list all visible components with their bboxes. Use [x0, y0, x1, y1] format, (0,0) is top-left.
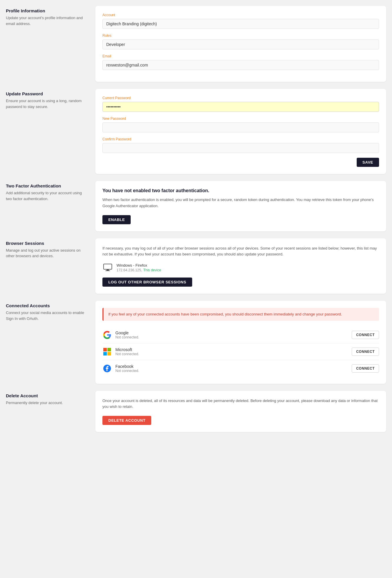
google-logo — [102, 330, 112, 340]
account-label: Account — [102, 13, 379, 17]
microsoft-account-row: Microsoft Not connected. CONNECT — [102, 343, 379, 360]
delete-section: Delete Account Permanently delete your a… — [6, 391, 386, 432]
monitor-icon — [102, 262, 113, 273]
facebook-account-row: Facebook Not connected. CONNECT — [102, 360, 379, 377]
sessions-section: Browser Sessions Manage and log out your… — [6, 238, 386, 294]
email-input[interactable] — [102, 60, 379, 70]
password-card: Current Password New Password Confirm Pa… — [95, 89, 386, 174]
facebook-account-name: Facebook — [115, 364, 139, 369]
delete-account-button[interactable]: DELETE ACCOUNT — [102, 416, 151, 425]
confirm-password-input[interactable] — [102, 143, 379, 153]
password-info: Update Password Ensure your account is u… — [6, 89, 88, 174]
google-account-info: Google Not connected. — [115, 330, 139, 339]
svg-rect-5 — [103, 352, 107, 356]
google-connect-button[interactable]: CONNECT — [352, 331, 379, 339]
connected-card: If you feel any of your connected accoun… — [95, 301, 386, 384]
microsoft-account-left: Microsoft Not connected. — [102, 347, 139, 356]
facebook-account-left: Facebook Not connected. — [102, 364, 139, 373]
profile-info: Profile Information Update your account'… — [6, 6, 88, 82]
microsoft-logo — [102, 347, 112, 356]
profile-title: Profile Information — [6, 8, 88, 13]
google-account-left: Google Not connected. — [102, 330, 139, 340]
connected-warning-banner: If you feel any of your connected accoun… — [102, 308, 379, 321]
roles-group: Roles — [102, 34, 379, 49]
tfa-title: Two Factor Authentication — [6, 183, 88, 188]
delete-card-desc: Once your account is deleted, all of its… — [102, 398, 379, 410]
email-group: Email — [102, 54, 379, 70]
tfa-card-desc: When two factor authentication is enable… — [102, 197, 379, 209]
enable-tfa-button[interactable]: ENABLE — [102, 215, 131, 224]
facebook-account-status: Not connected. — [115, 369, 139, 373]
delete-card: Once your account is deleted, all of its… — [95, 391, 386, 432]
tfa-card: You have not enabled two factor authenti… — [95, 181, 386, 231]
connected-info: Connected Accounts Connect your social m… — [6, 301, 88, 384]
google-account-row: Google Not connected. CONNECT — [102, 327, 379, 343]
password-desc: Ensure your account is using a long, ran… — [6, 98, 88, 109]
sessions-title: Browser Sessions — [6, 241, 88, 246]
svg-rect-3 — [103, 348, 107, 351]
facebook-account-info: Facebook Not connected. — [115, 364, 139, 373]
delete-title: Delete Account — [6, 393, 88, 398]
profile-section: Profile Information Update your account'… — [6, 6, 386, 82]
connected-title: Connected Accounts — [6, 303, 88, 308]
profile-desc: Update your account's profile informatio… — [6, 15, 88, 26]
email-label: Email — [102, 54, 379, 58]
sessions-card: If necessary, you may log out of all of … — [95, 238, 386, 294]
delete-desc: Permanently delete your account. — [6, 400, 88, 406]
facebook-connect-button[interactable]: CONNECT — [352, 364, 379, 373]
svg-rect-4 — [107, 348, 111, 351]
session-item: Windows - Firefox 172.64.236.125, This d… — [102, 262, 379, 273]
svg-rect-2 — [105, 270, 110, 271]
account-input[interactable] — [102, 19, 379, 29]
new-password-input[interactable] — [102, 122, 379, 132]
session-ip-line: 172.64.236.125, This device — [117, 268, 161, 272]
new-password-group: New Password — [102, 117, 379, 132]
tfa-info: Two Factor Authentication Add additional… — [6, 181, 88, 231]
connected-section: Connected Accounts Connect your social m… — [6, 301, 386, 384]
tfa-card-title: You have not enabled two factor authenti… — [102, 188, 379, 193]
google-account-status: Not connected. — [115, 335, 139, 339]
facebook-logo — [102, 364, 112, 373]
sessions-card-desc: If necessary, you may log out of all of … — [102, 245, 379, 258]
connected-desc: Connect your social media accounts to en… — [6, 310, 88, 321]
session-details: Windows - Firefox 172.64.236.125, This d… — [117, 263, 161, 272]
current-password-group: Current Password — [102, 96, 379, 112]
password-section: Update Password Ensure your account is u… — [6, 89, 386, 174]
profile-card: Account Roles Email — [95, 6, 386, 82]
svg-rect-6 — [107, 352, 111, 356]
microsoft-connect-button[interactable]: CONNECT — [352, 348, 379, 356]
password-title: Update Password — [6, 91, 88, 96]
svg-rect-0 — [104, 264, 112, 269]
logout-sessions-button[interactable]: LOG OUT OTHER BROWSER SESSIONS — [102, 278, 192, 287]
session-name: Windows - Firefox — [117, 263, 161, 268]
confirm-password-label: Confirm Password — [102, 137, 379, 141]
sessions-info: Browser Sessions Manage and log out your… — [6, 238, 88, 294]
microsoft-account-name: Microsoft — [115, 347, 139, 352]
new-password-label: New Password — [102, 117, 379, 121]
sessions-desc: Manage and log out your active sessions … — [6, 248, 88, 259]
connected-warning-text: If you feel any of your connected accoun… — [108, 311, 374, 317]
roles-label: Roles — [102, 34, 379, 38]
save-button[interactable]: SAVE — [357, 158, 379, 167]
google-account-name: Google — [115, 330, 139, 335]
roles-input[interactable] — [102, 39, 379, 49]
svg-rect-1 — [107, 269, 109, 270]
current-password-label: Current Password — [102, 96, 379, 100]
account-group: Account — [102, 13, 379, 29]
microsoft-account-status: Not connected. — [115, 352, 139, 356]
microsoft-account-info: Microsoft Not connected. — [115, 347, 139, 356]
session-current: This device — [143, 268, 161, 272]
tfa-desc: Add additional security to your account … — [6, 190, 88, 202]
delete-info: Delete Account Permanently delete your a… — [6, 391, 88, 432]
session-ip: 172.64.236.125, — [117, 268, 142, 272]
save-row: SAVE — [102, 158, 379, 167]
confirm-password-group: Confirm Password — [102, 137, 379, 153]
tfa-section: Two Factor Authentication Add additional… — [6, 181, 386, 231]
current-password-input[interactable] — [102, 102, 379, 112]
